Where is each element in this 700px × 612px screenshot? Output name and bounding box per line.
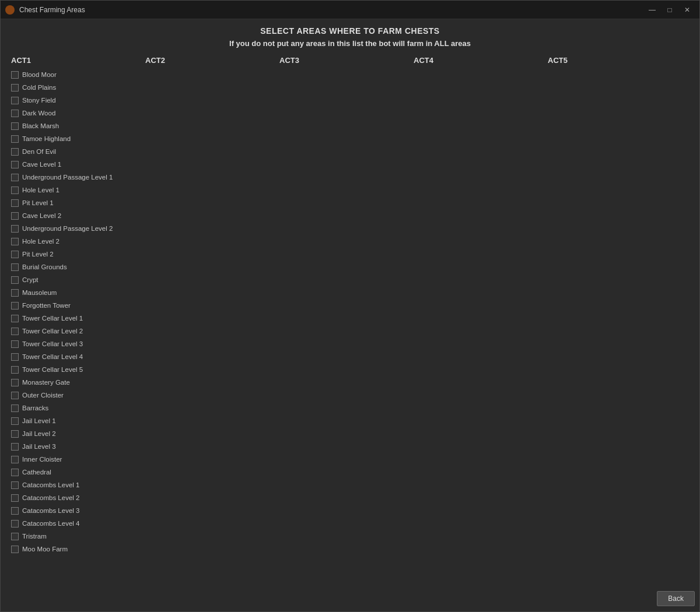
area-checkbox[interactable]	[11, 148, 19, 156]
minimize-button[interactable]: —	[645, 5, 660, 15]
area-checkbox[interactable]	[11, 84, 19, 92]
list-item[interactable]: Tower Cellar Level 1	[10, 312, 144, 325]
act1-column: Blood MoorCold PlainsStony FieldDark Woo…	[10, 68, 144, 555]
list-item[interactable]: Tower Cellar Level 5	[10, 363, 144, 376]
area-checkbox[interactable]	[11, 469, 19, 476]
areas-scroll[interactable]: Blood MoorCold PlainsStony FieldDark Woo…	[10, 68, 690, 586]
area-checkbox[interactable]	[11, 533, 19, 540]
list-item[interactable]: Pit Level 1	[10, 196, 144, 209]
area-checkbox[interactable]	[11, 71, 19, 79]
list-item[interactable]: Dark Wood	[10, 107, 144, 119]
list-item[interactable]: Stony Field	[10, 94, 144, 107]
col-act5: ACT5	[547, 56, 681, 65]
area-checkbox[interactable]	[11, 507, 19, 515]
area-checkbox[interactable]	[11, 379, 19, 386]
list-item[interactable]: Burial Grounds	[10, 261, 144, 273]
list-item[interactable]: Crypt	[10, 273, 144, 286]
area-checkbox[interactable]	[11, 251, 19, 258]
header-title: SELECT AREAS WHERE TO FARM CHESTS	[10, 26, 690, 36]
area-checkbox[interactable]	[11, 161, 19, 168]
area-checkbox[interactable]	[11, 289, 19, 297]
area-checkbox[interactable]	[11, 302, 19, 309]
area-checkbox[interactable]	[11, 276, 19, 284]
list-item[interactable]: Underground Passage Level 2	[10, 222, 144, 235]
area-checkbox[interactable]	[11, 212, 19, 220]
area-label: Jail Level 3	[22, 443, 56, 450]
list-item[interactable]: Forgotten Tower	[10, 299, 144, 312]
list-item[interactable]: Moo Moo Farm	[10, 543, 144, 555]
area-checkbox[interactable]	[11, 456, 19, 463]
list-item[interactable]: Cold Plains	[10, 81, 144, 94]
area-checkbox[interactable]	[11, 366, 19, 374]
list-item[interactable]: Den Of Evil	[10, 145, 144, 158]
list-item[interactable]: Pit Level 2	[10, 248, 144, 261]
area-label: Underground Passage Level 2	[22, 225, 113, 232]
area-checkbox[interactable]	[11, 110, 19, 117]
area-label: Catacombs Level 1	[22, 481, 79, 488]
area-checkbox[interactable]	[11, 417, 19, 425]
area-checkbox[interactable]	[11, 430, 19, 438]
list-item[interactable]: Mausoleum	[10, 286, 144, 299]
area-label: Catacombs Level 3	[22, 507, 79, 514]
area-checkbox[interactable]	[11, 315, 19, 322]
app-icon	[5, 5, 15, 15]
area-checkbox[interactable]	[11, 443, 19, 451]
list-item[interactable]: Tamoe Highland	[10, 132, 144, 145]
area-checkbox[interactable]	[11, 135, 19, 143]
area-checkbox[interactable]	[11, 238, 19, 245]
list-item[interactable]: Inner Cloister	[10, 453, 144, 466]
area-checkbox[interactable]	[11, 97, 19, 104]
back-button[interactable]: Back	[657, 591, 695, 606]
area-checkbox[interactable]	[11, 328, 19, 335]
list-item[interactable]: Catacombs Level 1	[10, 479, 144, 491]
list-item[interactable]: Catacombs Level 3	[10, 504, 144, 517]
act5-column	[547, 68, 681, 555]
list-item[interactable]: Cathedral	[10, 466, 144, 479]
area-checkbox[interactable]	[11, 122, 19, 130]
area-checkbox[interactable]	[11, 481, 19, 489]
area-label: Jail Level 2	[22, 430, 56, 437]
footer: Back	[1, 586, 699, 611]
area-checkbox[interactable]	[11, 340, 19, 348]
list-item[interactable]: Tower Cellar Level 3	[10, 337, 144, 350]
list-item[interactable]: Jail Level 3	[10, 440, 144, 453]
area-label: Tower Cellar Level 2	[22, 328, 83, 335]
area-checkbox[interactable]	[11, 405, 19, 412]
area-checkbox[interactable]	[11, 187, 19, 194]
list-item[interactable]: Jail Level 2	[10, 427, 144, 440]
list-item[interactable]: Catacombs Level 2	[10, 491, 144, 504]
area-checkbox[interactable]	[11, 392, 19, 399]
close-button[interactable]: ✕	[680, 5, 695, 15]
area-label: Pit Level 2	[22, 251, 54, 258]
list-item[interactable]: Barracks	[10, 402, 144, 414]
list-item[interactable]: Catacombs Level 4	[10, 517, 144, 530]
list-item[interactable]: Cave Level 2	[10, 209, 144, 222]
area-checkbox[interactable]	[11, 353, 19, 361]
list-item[interactable]: Blood Moor	[10, 68, 144, 81]
list-item[interactable]: Jail Level 1	[10, 414, 144, 427]
list-item[interactable]: Hole Level 1	[10, 184, 144, 196]
list-item[interactable]: Cave Level 1	[10, 158, 144, 171]
list-item[interactable]: Black Marsh	[10, 119, 144, 132]
area-checkbox[interactable]	[11, 494, 19, 502]
list-item[interactable]: Underground Passage Level 1	[10, 171, 144, 184]
area-label: Dark Wood	[22, 110, 55, 117]
maximize-button[interactable]: □	[662, 5, 677, 15]
area-label: Hole Level 1	[22, 187, 60, 194]
area-checkbox[interactable]	[11, 263, 19, 271]
area-label: Barracks	[22, 405, 48, 411]
list-item[interactable]: Tower Cellar Level 4	[10, 350, 144, 363]
area-checkbox[interactable]	[11, 520, 19, 527]
area-label: Den Of Evil	[22, 148, 56, 155]
list-item[interactable]: Outer Cloister	[10, 389, 144, 402]
area-checkbox[interactable]	[11, 546, 19, 553]
area-checkbox[interactable]	[11, 199, 19, 207]
list-item[interactable]: Tower Cellar Level 2	[10, 325, 144, 337]
area-checkbox[interactable]	[11, 174, 19, 181]
area-label: Tamoe Highland	[22, 135, 71, 142]
list-item[interactable]: Hole Level 2	[10, 235, 144, 248]
list-item[interactable]: Monastery Gate	[10, 376, 144, 389]
area-checkbox[interactable]	[11, 225, 19, 233]
area-label: Pit Level 1	[22, 199, 54, 206]
list-item[interactable]: Tristram	[10, 530, 144, 543]
